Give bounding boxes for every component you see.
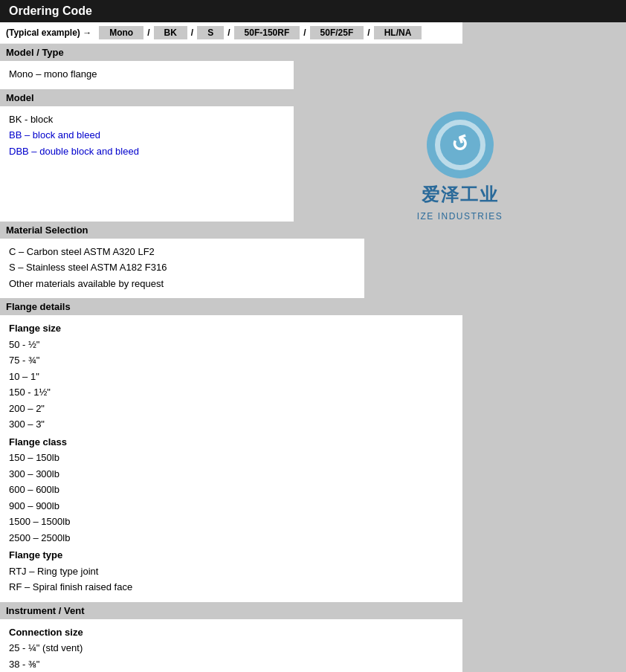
flange-size-150: 150 - 1½" [9,385,454,400]
material-section: Material Selection C – Carbon steel ASTM… [0,222,626,299]
page-header: Ordering Code [0,0,626,22]
flange-class-300: 300 – 300lb [9,467,454,482]
logo-english-text: IZE INDUSTRIES [417,211,503,222]
material-header: Material Selection [0,222,364,239]
material-line-s: S – Stainless steel ASTM A182 F316 [9,260,355,275]
logo-chinese-text: 爱泽工业 [422,183,499,207]
flange-type-rtj: RTJ – Ring type joint [9,564,454,579]
flange-size-75: 75 - ¾" [9,353,454,368]
code-s: S [197,26,224,39]
sep-5: / [364,28,373,38]
logo-area: ↺ 爱泽工业 IZE INDUSTRIES [417,112,503,222]
model-line-bb: BB – block and bleed [9,128,285,143]
flange-size-label: Flange size [9,321,454,336]
instrument-header: Instrument / Vent [0,602,462,619]
model-content: BK - block BB – block and bleed DBB – do… [0,106,294,167]
model-type-section: Model / Type Mono – mono flange [0,44,626,89]
typical-example-label: (Typical example) → [6,28,91,38]
flange-size-300: 300 – 3" [9,417,454,432]
connection-size-38: 38 - ⅜" [9,657,454,672]
model-type-line-1: Mono – mono flange [9,67,285,82]
flange-size-50: 50 - ½" [9,337,454,352]
flange-content: Flange size 50 - ½" 75 - ¾" 10 – 1" 150 … [0,315,462,602]
flange-type-rf: RF – Spiral finish raised face [9,580,454,595]
code-50f150rf: 50F-150RF [234,26,300,39]
flange-class-label: Flange class [9,435,454,450]
connection-size-25: 25 - ¼" (std vent) [9,641,454,656]
flange-size-10: 10 – 1" [9,369,454,384]
material-line-other: Other materials available by request [9,277,355,291]
flange-class-2500: 2500 – 2500lb [9,531,454,546]
flange-type-label: Flange type [9,548,454,563]
flange-class-150: 150 – 150lb [9,450,454,465]
instrument-content: Connection size 25 - ¼" (std vent) 38 - … [0,619,462,673]
model-line-dbb: DBB – double block and bleed [9,144,285,159]
flange-header: Flange details [0,298,462,315]
flange-size-200: 200 – 2" [9,401,454,416]
code-bk: BK [154,26,187,39]
model-type-content: Mono – mono flange [0,61,294,89]
sep-1: / [143,28,153,38]
code-mono: Mono [99,26,143,39]
sep-3: / [224,28,233,38]
instrument-section: Instrument / Vent Connection size 25 - ¼… [0,602,626,673]
model-header: Model [0,89,294,106]
code-50f25f: 50F/25F [310,26,364,39]
material-content: C – Carbon steel ASTM A320 LF2 S – Stain… [0,239,364,299]
typical-example-row: (Typical example) → Mono / BK / S / 50F-… [0,22,626,44]
model-section: Model BK - block BB – block and bleed DB… [0,89,626,222]
flange-section: Flange details Flange size 50 - ½" 75 - … [0,298,626,602]
sep-2: / [187,28,197,38]
flange-class-900: 900 – 900lb [9,499,454,514]
logo-circle: ↺ [427,112,494,178]
material-line-c: C – Carbon steel ASTM A320 LF2 [9,245,355,259]
model-type-header: Model / Type [0,44,294,61]
connection-size-label: Connection size [9,625,454,640]
flange-class-1500: 1500 – 1500lb [9,514,454,529]
sep-4: / [300,28,309,38]
code-hlna: HL/NA [374,26,422,39]
flange-class-600: 600 – 600lb [9,482,454,497]
model-line-bk: BK - block [9,112,285,127]
